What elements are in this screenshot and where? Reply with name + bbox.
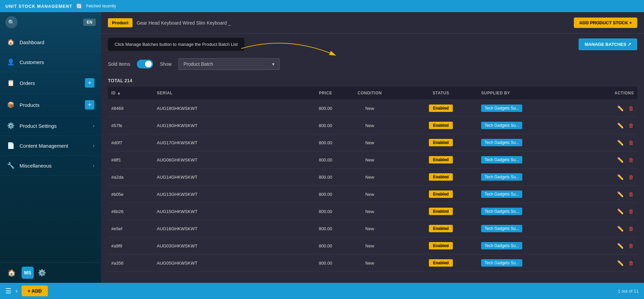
- sidebar-item-dashboard[interactable]: 🏠 Dashboard: [0, 32, 101, 52]
- language-badge[interactable]: EN: [83, 19, 96, 26]
- cell-id: #6b26: [108, 203, 153, 220]
- cell-status: Enabled: [404, 169, 478, 186]
- misc-icon: 🔧: [7, 162, 15, 169]
- delete-icon[interactable]: 🗑: [628, 174, 634, 180]
- supplier-badge[interactable]: Tech Gadgets Su...: [481, 173, 522, 181]
- edit-icon[interactable]: ✏️: [617, 157, 624, 163]
- controls-area: Sold Items Show Product Batch ▾: [101, 55, 644, 73]
- supplier-badge[interactable]: Tech Gadgets Su...: [481, 259, 522, 267]
- cell-status: Enabled: [404, 237, 478, 255]
- sidebar-item-product-settings[interactable]: ⚙️ Product Settings ›: [0, 116, 101, 136]
- sidebar-item-label: Dashboard: [20, 39, 44, 45]
- home-footer-icon[interactable]: 🏠: [5, 267, 18, 279]
- add-button[interactable]: + ADD: [22, 286, 48, 296]
- cell-status: Enabled: [404, 203, 478, 220]
- table-row: #6b26 AUG15GHKWSKWT 800.00 New Enabled T…: [108, 203, 637, 220]
- sidebar-item-customers[interactable]: 👤 Customers: [0, 52, 101, 72]
- supplier-badge[interactable]: Tech Gadgets Su...: [481, 242, 522, 249]
- cell-serial: AUG18GHKWSKWT: [153, 100, 279, 117]
- delete-icon[interactable]: 🗑: [628, 157, 634, 163]
- cell-price: 800.00: [279, 151, 335, 169]
- sidebar-item-miscellaneous[interactable]: 🔧 Miscellaneous ›: [0, 156, 101, 176]
- delete-icon[interactable]: 🗑: [628, 140, 634, 146]
- edit-icon[interactable]: ✏️: [617, 174, 624, 180]
- show-label: Show: [160, 61, 172, 67]
- cell-condition: New: [335, 255, 404, 272]
- table-row: #a2da AUG14GHKWSKWT 800.00 New Enabled T…: [108, 169, 637, 186]
- orders-add-button[interactable]: +: [85, 78, 94, 88]
- hamburger-icon[interactable]: ☰: [5, 287, 11, 295]
- edit-icon[interactable]: ✏️: [617, 209, 624, 214]
- delete-icon[interactable]: 🗑: [628, 123, 634, 128]
- cell-condition: New: [335, 203, 404, 220]
- products-add-button[interactable]: +: [85, 100, 94, 110]
- chevron-down-icon: ▾: [272, 61, 274, 67]
- refresh-icon[interactable]: 🔄: [76, 3, 82, 9]
- cell-status: Enabled: [404, 186, 478, 203]
- delete-icon[interactable]: 🗑: [628, 243, 634, 249]
- sidebar-item-content-management[interactable]: 📄 Content Management ›: [0, 136, 101, 156]
- cell-condition: New: [335, 134, 404, 151]
- supplier-badge[interactable]: Tech Gadgets Su...: [481, 225, 522, 232]
- delete-icon[interactable]: 🗑: [628, 106, 634, 111]
- content-icon: 📄: [7, 142, 15, 149]
- cell-condition: New: [335, 100, 404, 117]
- sidebar-item-label: Orders: [20, 80, 35, 86]
- cell-serial: AUG19GHKWSKWT: [153, 117, 279, 134]
- table-row: #b05e AUG13GHKWSKWT 800.00 New Enabled T…: [108, 186, 637, 203]
- delete-icon[interactable]: 🗑: [628, 260, 634, 266]
- edit-icon[interactable]: ✏️: [617, 226, 624, 232]
- add-product-stock-button[interactable]: ADD PRODUCT STOCK +: [574, 18, 637, 28]
- status-badge: Enabled: [429, 208, 453, 215]
- total-label: TOTAL 214: [108, 73, 637, 87]
- cell-serial: AUG15GHKWSKWT: [153, 203, 279, 220]
- status-badge: Enabled: [429, 173, 453, 181]
- cell-price: 800.00: [279, 100, 335, 117]
- table-row: #8ff1 AUG06GHKWSKWT 800.00 New Enabled T…: [108, 151, 637, 169]
- edit-icon[interactable]: ✏️: [617, 191, 624, 197]
- col-id: ID ▲: [108, 87, 153, 100]
- cell-price: 800.00: [279, 220, 335, 237]
- supplier-badge[interactable]: Tech Gadgets Su...: [481, 104, 522, 112]
- edit-icon[interactable]: ✏️: [617, 260, 624, 266]
- search-icon[interactable]: 🔍: [5, 16, 18, 28]
- batch-dropdown-text: Product Batch: [183, 61, 213, 67]
- manage-batches-button[interactable]: MANAGE BATCHES ↗: [579, 38, 637, 50]
- supplier-badge[interactable]: Tech Gadgets Su...: [481, 208, 522, 215]
- sidebar-item-products[interactable]: 📦 Products +: [0, 94, 101, 116]
- cell-serial: AUG16GHKWSKWT: [153, 220, 279, 237]
- supplier-badge[interactable]: Tech Gadgets Su...: [481, 122, 522, 129]
- edit-icon[interactable]: ✏️: [617, 123, 624, 128]
- col-status: STATUS: [404, 87, 478, 100]
- tooltip-text: Click Manage Batches button to manage th…: [115, 42, 238, 47]
- batch-dropdown[interactable]: Product Batch ▾: [178, 58, 280, 70]
- edit-icon[interactable]: ✏️: [617, 140, 624, 146]
- back-arrow-icon[interactable]: ‹: [16, 288, 18, 295]
- sidebar: 🔍 EN 🏠 Dashboard 👤 Customers 📋 Orders + …: [0, 12, 101, 283]
- supplier-badge[interactable]: Tech Gadgets Su...: [481, 139, 522, 146]
- table-row: #d0f7 AUG17GHKWSKWT 800.00 New Enabled T…: [108, 134, 637, 151]
- edit-icon[interactable]: ✏️: [617, 106, 624, 111]
- delete-icon[interactable]: 🗑: [628, 226, 634, 232]
- cell-serial: AUG05GHKWSKWT: [153, 255, 279, 272]
- sidebar-item-orders[interactable]: 📋 Orders +: [0, 72, 101, 94]
- cell-id: #a2da: [108, 169, 153, 186]
- fetch-status: Fetched recently: [86, 4, 116, 8]
- delete-icon[interactable]: 🗑: [628, 191, 634, 197]
- gear-footer-icon[interactable]: ⚙️: [38, 269, 46, 277]
- delete-icon[interactable]: 🗑: [628, 209, 634, 214]
- cell-actions: ✏️ 🗑: [580, 134, 637, 151]
- table-row: #57fe AUG19GHKWSKWT 800.00 New Enabled T…: [108, 117, 637, 134]
- edit-icon[interactable]: ✏️: [617, 243, 624, 249]
- top-bar: UNIT STOCK MANAGEMENT 🔄 Fetched recently: [0, 0, 644, 12]
- cell-supplier: Tech Gadgets Su...: [478, 203, 580, 220]
- person-icon: 👤: [7, 58, 15, 66]
- status-badge: Enabled: [429, 242, 453, 249]
- supplier-badge[interactable]: Tech Gadgets Su...: [481, 190, 522, 198]
- cell-status: Enabled: [404, 220, 478, 237]
- supplier-badge[interactable]: Tech Gadgets Su...: [481, 156, 522, 163]
- cell-status: Enabled: [404, 117, 478, 134]
- cell-price: 800.00: [279, 255, 335, 272]
- ms-badge[interactable]: MS: [22, 267, 34, 279]
- sold-items-toggle[interactable]: [137, 60, 153, 68]
